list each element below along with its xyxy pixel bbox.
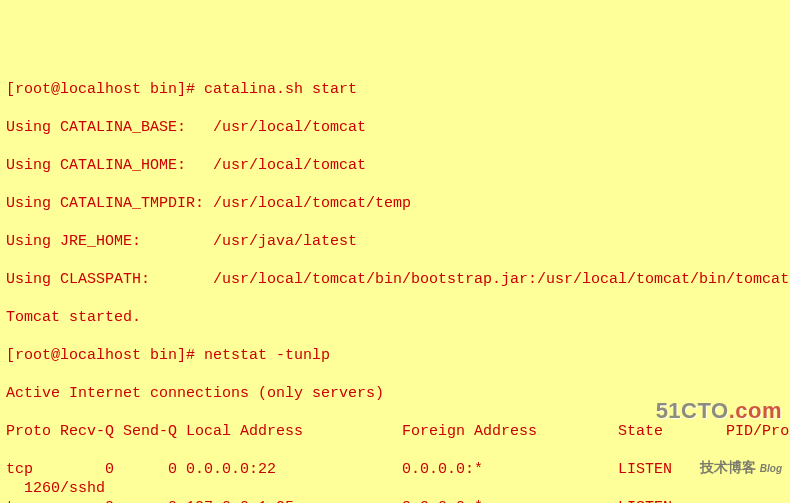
- env-catalina-tmpdir: Using CATALINA_TMPDIR: /usr/local/tomcat…: [6, 194, 784, 213]
- command-text: catalina.sh start: [204, 81, 357, 98]
- netstat-row: tcp 0 0 0.0.0.0:22 0.0.0.0:* LISTEN: [6, 460, 784, 479]
- netstat-rows: tcp 0 0 0.0.0.0:22 0.0.0.0:* LISTEN 1260…: [6, 460, 784, 503]
- command-text: netstat -tunlp: [204, 347, 330, 364]
- prompt-line-1: [root@localhost bin]# catalina.sh start: [6, 80, 784, 99]
- netstat-columns: Proto Recv-Q Send-Q Local Address Foreig…: [6, 422, 784, 441]
- tomcat-started: Tomcat started.: [6, 308, 784, 327]
- shell-prompt: [root@localhost bin]#: [6, 81, 204, 98]
- watermark-logo: 51CTO.com: [656, 401, 782, 420]
- env-catalina-home: Using CATALINA_HOME: /usr/local/tomcat: [6, 156, 784, 175]
- netstat-row-pid: 1260/sshd: [6, 479, 784, 498]
- env-jre-home: Using JRE_HOME: /usr/java/latest: [6, 232, 784, 251]
- netstat-title: Active Internet connections (only server…: [6, 384, 784, 403]
- env-classpath: Using CLASSPATH: /usr/local/tomcat/bin/b…: [6, 270, 784, 289]
- env-catalina-base: Using CATALINA_BASE: /usr/local/tomcat: [6, 118, 784, 137]
- shell-prompt: [root@localhost bin]#: [6, 347, 204, 364]
- prompt-line-2: [root@localhost bin]# netstat -tunlp: [6, 346, 784, 365]
- netstat-row: tcp 0 0 127.0.0.1:25 0.0.0.0:* LISTEN: [6, 498, 784, 503]
